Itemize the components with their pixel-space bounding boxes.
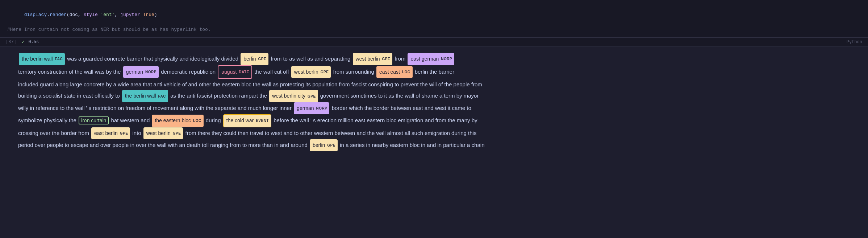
- param-style-val: 'ent': [101, 12, 115, 17]
- entity-german-norp-1: german NORP: [123, 66, 159, 78]
- text-willy: willy in reference to the wall ' s restr…: [18, 105, 292, 111]
- cell-number: [87]: [6, 40, 16, 45]
- language-label: Python: [847, 40, 862, 45]
- cell-meta: [87] ✓ 0.5s: [6, 39, 39, 45]
- func-render: render: [50, 12, 67, 17]
- cell-output-bar: [87] ✓ 0.5s Python: [0, 38, 868, 46]
- entity-east-east-loc: east east LOC: [376, 66, 412, 78]
- entity-august-date: august DATE: [218, 65, 252, 79]
- entity-berlin-wall-fac-2: the berlin wall FAC: [122, 90, 168, 102]
- gpe-label-2: GPE: [382, 55, 391, 63]
- entity-text: august: [221, 67, 237, 77]
- notebook-cell: displacy.render(doc, style='ent', jupyte…: [0, 0, 868, 158]
- text-during: during: [206, 117, 221, 123]
- text-period: period over people to escape and over pe…: [18, 142, 308, 148]
- output-line-5: willy in reference to the wall ' s restr…: [18, 105, 471, 111]
- entity-text: berlin: [243, 54, 256, 64]
- output-line-1: the berlin wall FAC was a guarded concre…: [18, 56, 455, 62]
- output-line-7: crossing over the border from east berli…: [18, 130, 476, 136]
- entity-east-german-norp-1: east german NORP: [408, 53, 454, 65]
- text-from-to: from to as well as and separating: [271, 56, 350, 62]
- entity-text: german: [297, 103, 314, 114]
- gpe-label-4: GPE: [308, 93, 316, 100]
- entity-text: west berlin: [356, 54, 380, 64]
- gpe-label-1: GPE: [258, 55, 266, 63]
- output-line-8: period over people to escape and over pe…: [18, 142, 484, 148]
- text-into: into: [132, 130, 141, 136]
- output-line-6: symbolize physically the iron curtain ha…: [18, 117, 477, 123]
- gpe-label-6: GPE: [173, 130, 181, 137]
- entity-text: west berlin city: [272, 91, 305, 101]
- entity-berlin-gpe-1: berlin GPE: [241, 53, 268, 65]
- norp-label-1: NORP: [441, 55, 452, 63]
- entity-iron-curtain: iron curtain: [79, 116, 109, 124]
- cell-timing: 0.5s: [28, 40, 39, 45]
- entity-text: the berlin wall: [125, 91, 156, 101]
- output-line-3: included guard along large concrete by a…: [18, 81, 482, 87]
- text-government: government sometimes to it as the wall o…: [320, 93, 479, 99]
- entity-text: german: [126, 67, 143, 77]
- text-from-surrounding: from surrounding: [333, 69, 374, 75]
- date-label-1: DATE: [239, 68, 249, 76]
- text-from-there: from there they could then travel to wes…: [185, 130, 477, 136]
- text-wall-cut: the wall cut off: [254, 69, 289, 75]
- output-line-4: building a socialist state in east offic…: [18, 93, 479, 99]
- output-line-2: territory construction of the wall was b…: [18, 69, 454, 75]
- text-before: before the wall ' s erection million eas…: [274, 117, 477, 123]
- text-from-1: from: [395, 56, 405, 62]
- func-name: displacy: [24, 12, 47, 17]
- entity-text: the eastern bloc: [155, 115, 191, 126]
- entity-eastern-bloc-loc: the eastern bloc LOC: [152, 115, 203, 127]
- entity-german-norp-2: german NORP: [294, 102, 329, 114]
- entity-west-berlin-city-gpe: west berlin city GPE: [269, 90, 318, 102]
- entity-text: west berlin: [294, 67, 318, 77]
- entity-text: east east: [379, 67, 400, 77]
- entity-cold-war-event: the cold war EVENT: [223, 114, 271, 127]
- text-crossing: crossing over the border from: [18, 130, 89, 136]
- gpe-label-5: GPE: [120, 130, 128, 137]
- output-area: the berlin wall FAC was a guarded concre…: [0, 46, 868, 158]
- param-style: style: [84, 12, 98, 17]
- fac-label-2: FAC: [158, 93, 166, 100]
- text-as-the: as the anti fascist protection rampart t…: [170, 93, 267, 99]
- text-hat-western: hat western and: [111, 117, 150, 123]
- text-democratic: democratic republic on: [161, 69, 216, 75]
- entity-text: the berlin wall: [22, 54, 53, 64]
- fac-label-1: FAC: [55, 55, 63, 63]
- gpe-label-7: GPE: [327, 141, 335, 149]
- entity-berlin-gpe-2: berlin GPE: [310, 139, 338, 151]
- code-area: displacy.render(doc, style='ent', jupyte…: [0, 0, 868, 38]
- entity-text: east berlin: [94, 128, 118, 139]
- loc-label-2: LOC: [193, 117, 201, 124]
- text-border-which: border which the border between east and…: [332, 105, 471, 111]
- entity-west-berlin-gpe-3: west berlin GPE: [143, 127, 183, 139]
- text-included: included guard along large concrete by a…: [18, 81, 482, 87]
- text-territory: territory construction of the wall was b…: [18, 69, 121, 75]
- gpe-label-3: GPE: [321, 68, 329, 76]
- text-was-a: was a guarded concrete barrier that phys…: [67, 56, 238, 62]
- entity-text: west berlin: [146, 128, 171, 139]
- entity-west-berlin-gpe-1: west berlin GPE: [353, 53, 393, 65]
- entity-text: the cold war: [226, 115, 254, 126]
- norp-label-2: NORP: [145, 68, 157, 76]
- entity-text: east german: [410, 54, 439, 64]
- loc-label-1: LOC: [402, 68, 410, 76]
- text-berlin-barrier: berlin the barrier: [415, 69, 454, 75]
- entity-west-berlin-gpe-2: west berlin GPE: [291, 66, 331, 78]
- entity-east-berlin-gpe: east berlin GPE: [91, 127, 130, 139]
- entity-berlin-wall-fac-1: the berlin wall FAC: [19, 53, 65, 65]
- param-true: True: [143, 12, 154, 17]
- param-jupyter: jupyter: [120, 12, 140, 17]
- text-symbolize: symbolize physically the: [18, 117, 76, 123]
- text-building: building a socialist state in east offic…: [18, 93, 120, 99]
- event-label-1: EVENT: [256, 117, 269, 124]
- code-line-1: displacy.render(doc, style='ent', jupyte…: [7, 4, 861, 26]
- check-icon: ✓: [22, 40, 24, 45]
- text-in-a-series: in a series in nearby eastern bloc in an…: [340, 142, 484, 148]
- entity-text: berlin: [313, 140, 325, 151]
- code-comment: #Here Iron curtain not coming as NER but…: [7, 26, 861, 34]
- norp-label-3: NORP: [316, 104, 327, 112]
